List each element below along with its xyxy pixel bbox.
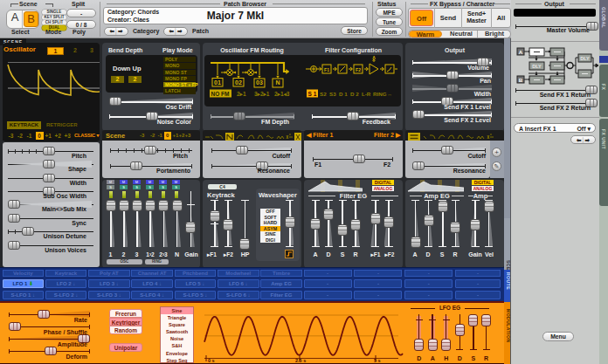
svg-text:L-R: L-R bbox=[362, 91, 371, 97]
svg-text:B: B bbox=[519, 78, 523, 83]
svg-text:03: 03 bbox=[256, 79, 263, 86]
svg-text:5 s: 5 s bbox=[374, 358, 381, 363]
svg-text:S3: S3 bbox=[329, 91, 336, 97]
svg-text:DLY: DLY bbox=[532, 64, 542, 69]
svg-text:D 1: D 1 bbox=[339, 91, 348, 97]
svg-text:0 s: 0 s bbox=[208, 358, 215, 363]
svg-text:F1: F1 bbox=[324, 67, 329, 72]
svg-text:02: 02 bbox=[235, 79, 242, 86]
svg-text:2▸1: 2▸1 bbox=[237, 91, 246, 97]
svg-text:N: N bbox=[275, 79, 280, 86]
svg-text:D 2: D 2 bbox=[350, 91, 359, 97]
svg-text:DLY: DLY bbox=[580, 56, 590, 61]
svg-text:S2: S2 bbox=[320, 91, 327, 97]
svg-text:F2: F2 bbox=[356, 67, 361, 72]
svg-text:NO FM: NO FM bbox=[211, 91, 230, 97]
svg-text:2▸1◂3: 2▸1◂3 bbox=[274, 91, 290, 97]
svg-text:A: A bbox=[519, 50, 523, 55]
svg-text:↔: ↔ bbox=[387, 91, 392, 97]
svg-text:2.5 s: 2.5 s bbox=[295, 358, 306, 363]
svg-text:3▸2▸1: 3▸2▸1 bbox=[254, 91, 270, 97]
svg-text:S 1: S 1 bbox=[308, 91, 317, 97]
svg-text:01: 01 bbox=[214, 79, 221, 86]
svg-text:RING: RING bbox=[373, 91, 387, 97]
svg-text:A: A bbox=[372, 55, 376, 60]
